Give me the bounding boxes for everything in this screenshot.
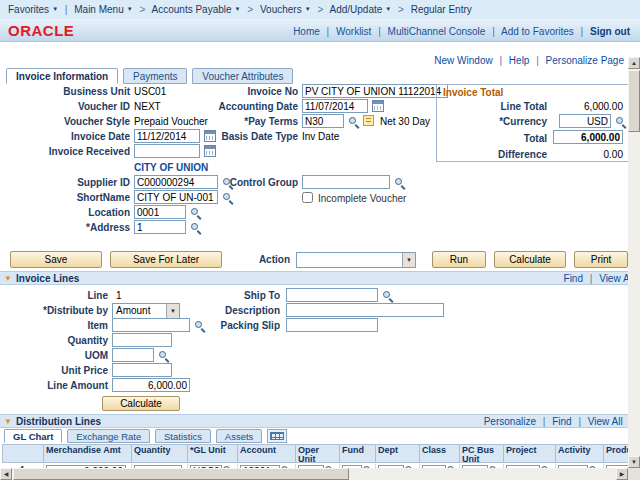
find-link[interactable]: Find	[552, 416, 571, 427]
breadcrumb-label: Vouchers	[260, 4, 302, 15]
business-unit-value: USC01	[134, 86, 166, 97]
total-input[interactable]	[553, 130, 623, 144]
horizontal-scrollbar-thumb[interactable]	[13, 468, 349, 480]
col-merchandise-amt[interactable]: Merchandise Amt	[44, 444, 132, 463]
breadcrumb-main-menu[interactable]: Main Menu▼	[74, 4, 132, 15]
calendar-icon[interactable]	[204, 145, 216, 157]
worklist-link[interactable]: Worklist	[336, 26, 371, 37]
separator: |	[581, 26, 584, 37]
invoice-lines-links: Find | View All	[564, 272, 634, 285]
multichannel-console-link[interactable]: MultiChannel Console	[388, 26, 486, 37]
col-class[interactable]: Class	[420, 444, 460, 463]
location-lookup-icon[interactable]	[190, 207, 201, 218]
find-link[interactable]: Find	[564, 273, 583, 284]
personalize-link[interactable]: Personalize	[484, 416, 536, 427]
col-activity[interactable]: Activity	[556, 444, 604, 463]
breadcrumb-vouchers[interactable]: Vouchers▼	[260, 4, 311, 15]
action-dropdown[interactable]: ▼	[296, 252, 416, 268]
new-window-link[interactable]: New Window	[434, 55, 492, 66]
currency-lookup-icon[interactable]	[615, 116, 626, 127]
breadcrumb-regular-entry[interactable]: Regular Entry	[411, 4, 472, 15]
col-dept[interactable]: Dept	[376, 444, 420, 463]
scroll-left-icon[interactable]: ◀	[0, 468, 12, 480]
vertical-scrollbar-thumb[interactable]	[628, 70, 640, 132]
scroll-right-icon[interactable]: ▶	[616, 468, 628, 480]
chevron-down-icon[interactable]: ▼	[402, 253, 415, 267]
tab-exchange-rate[interactable]: Exchange Rate	[67, 429, 150, 443]
header-links: Home | Worklist | MultiChannel Console |…	[293, 26, 630, 37]
description-input[interactable]	[286, 303, 444, 317]
distribute-by-select[interactable]: Amount ▼	[112, 303, 180, 319]
view-all-link[interactable]: View All	[588, 416, 623, 427]
breadcrumb-favorites[interactable]: Favorites▼	[8, 4, 58, 15]
collapse-triangle-icon[interactable]: ▼	[4, 415, 12, 428]
tab-assets[interactable]: Assets	[216, 429, 263, 443]
calculate-button[interactable]: Calculate	[494, 251, 566, 268]
horizontal-scrollbar[interactable]: ◀ ▶	[0, 468, 628, 480]
breadcrumb-label: Add/Update	[329, 4, 382, 15]
quantity-input[interactable]	[112, 333, 172, 347]
breadcrumb-label: Accounts Payable	[152, 4, 232, 15]
ship-to-lookup-icon[interactable]	[382, 290, 393, 301]
supplier-id-label: Supplier ID	[8, 177, 130, 188]
tab-gl-chart[interactable]: GL Chart	[4, 429, 62, 443]
tab-statistics[interactable]: Statistics	[155, 429, 211, 443]
separator: |	[578, 416, 581, 427]
tab-invoice-information[interactable]: Invoice Information	[6, 68, 118, 84]
breadcrumb-accounts-payable[interactable]: Accounts Payable▼	[152, 4, 241, 15]
line-calculate-button[interactable]: Calculate	[102, 396, 180, 411]
unit-price-input[interactable]	[112, 363, 172, 377]
add-to-favorites-link[interactable]: Add to Favorites	[501, 26, 574, 37]
print-button[interactable]: Print	[574, 251, 628, 268]
col-pc-bus-unit[interactable]: PC Bus Unit	[460, 444, 504, 463]
calendar-icon[interactable]	[372, 100, 384, 112]
invoice-received-input[interactable]	[134, 144, 200, 158]
ship-to-input[interactable]	[286, 288, 378, 302]
address-input[interactable]	[134, 220, 186, 234]
save-button[interactable]: Save	[10, 251, 102, 268]
pay-terms-description: Net 30 Day	[380, 116, 430, 127]
collapse-triangle-icon[interactable]: ▼	[4, 272, 12, 285]
home-link[interactable]: Home	[293, 26, 320, 37]
col-gl-unit[interactable]: *GL Unit	[188, 444, 238, 463]
shortname-input[interactable]	[134, 190, 218, 204]
tab-voucher-attributes[interactable]: Voucher Attributes	[192, 68, 293, 84]
sign-out-link[interactable]: Sign out	[590, 26, 630, 37]
col-account[interactable]: Account	[238, 444, 296, 463]
col-oper-unit[interactable]: Oper Unit	[296, 444, 340, 463]
tab-payments[interactable]: Payments	[123, 68, 187, 84]
show-all-columns-icon[interactable]	[267, 429, 287, 443]
address-lookup-icon[interactable]	[190, 222, 201, 233]
accounting-date-label: Accounting Date	[178, 101, 298, 112]
separator: |	[492, 26, 495, 37]
scroll-up-icon[interactable]: ▲	[628, 57, 640, 69]
pay-terms-detail-icon[interactable]	[363, 115, 374, 126]
control-group-input[interactable]	[302, 175, 390, 189]
uom-lookup-icon[interactable]	[158, 350, 169, 361]
breadcrumb-add-update[interactable]: Add/Update▼	[329, 4, 391, 15]
pay-terms-lookup-icon[interactable]	[348, 116, 359, 127]
invoice-no-input[interactable]	[302, 84, 448, 98]
save-for-later-button[interactable]: Save For Later	[110, 251, 222, 268]
col-fund[interactable]: Fund	[340, 444, 376, 463]
packing-slip-input[interactable]	[286, 318, 378, 332]
scroll-down-icon[interactable]: ▼	[628, 456, 640, 468]
incomplete-voucher-checkbox[interactable]	[302, 192, 313, 203]
shortname-label: ShortName	[8, 192, 130, 203]
uom-input[interactable]	[112, 348, 154, 362]
vertical-scrollbar[interactable]: ▲ ▼	[628, 57, 640, 468]
col-quantity[interactable]: Quantity	[132, 444, 188, 463]
item-input[interactable]	[112, 318, 190, 332]
location-input[interactable]	[134, 205, 186, 219]
col-project[interactable]: Project	[504, 444, 556, 463]
personalize-page-link[interactable]: Personalize Page	[546, 55, 624, 66]
currency-input[interactable]	[559, 114, 611, 128]
accounting-date-input[interactable]	[302, 99, 368, 113]
run-button[interactable]: Run	[432, 251, 486, 268]
help-link[interactable]: Help	[509, 55, 530, 66]
chevron-down-icon[interactable]: ▼	[166, 304, 179, 318]
line-amount-input[interactable]	[112, 378, 190, 392]
pay-terms-input[interactable]	[302, 114, 344, 128]
control-group-lookup-icon[interactable]	[394, 177, 405, 188]
shortname-lookup-icon[interactable]	[222, 192, 233, 203]
